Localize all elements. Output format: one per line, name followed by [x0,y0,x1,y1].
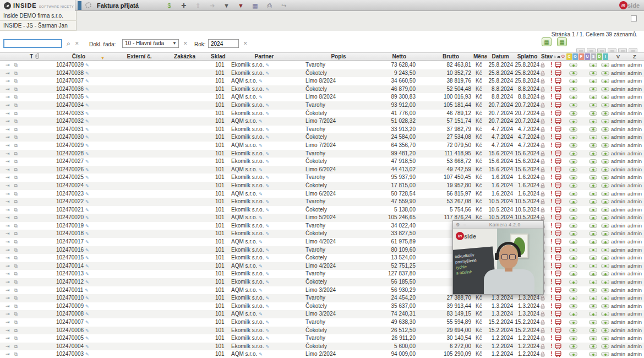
table-row[interactable]: ⇥ ⧉ 102470007✎ 101 Ekomilk s.r.o.✎ Tvaro… [0,318,644,327]
status-toggle[interactable] [589,352,597,356]
invoice-number[interactable]: 102470027 [56,158,84,164]
partner-link[interactable]: AQM s.r.o. [231,191,257,197]
open-record-icon[interactable]: ⇥ [6,343,10,351]
status-toggle[interactable] [569,135,577,139]
table-row[interactable]: ⇥ ⧉ 102470026✎ 101 AQM s.r.o.✎ Limo 6/20… [0,166,644,174]
edit-link-icon[interactable]: ✎ [259,79,263,84]
edit-link-icon[interactable]: ✎ [265,280,269,285]
partner-link[interactable]: AQM s.r.o. [231,78,257,84]
copy-record-icon[interactable]: ⧉ [14,61,18,69]
edit-link-icon[interactable]: ✎ [85,264,89,269]
status-toggle[interactable] [589,224,597,228]
status-toggle[interactable] [569,175,577,180]
edit-link-icon[interactable]: ✎ [265,183,269,188]
edit-link-icon[interactable]: ✎ [85,87,89,92]
copy-record-icon[interactable]: ⧉ [14,230,18,238]
edit-link-icon[interactable]: ✎ [85,256,89,261]
edit-link-icon[interactable]: ✎ [265,159,269,164]
open-record-icon[interactable]: ⇥ [6,166,10,174]
header-v[interactable]: V [610,53,626,60]
status-toggle[interactable] [601,63,609,67]
status-toggle[interactable] [589,143,597,148]
edit-link-icon[interactable]: ✎ [265,127,269,132]
table-row[interactable]: ⇥ ⧉ 102470020✎ 101 AQM s.r.o.✎ Limo 5/20… [0,214,644,222]
open-record-icon[interactable]: ⇥ [6,302,10,311]
status-toggle[interactable] [601,95,609,99]
open-record-icon[interactable]: ⇥ [6,286,10,295]
status-toggle[interactable] [569,199,577,204]
status-toggle[interactable] [589,248,597,252]
table-row[interactable]: ⇥ ⧉ 102470009✎ 101 Ekomilk s.r.o.✎ Čokot… [0,302,644,311]
copy-record-icon[interactable]: ⧉ [14,150,18,158]
invoice-number[interactable]: 102470032 [56,118,84,124]
header-sklad[interactable]: Sklad [205,53,228,60]
partner-link[interactable]: Ekomilk s.r.o. [231,174,264,180]
dokl-rada-select[interactable]: 10 - Hlavní řada ▼ [122,39,179,48]
header-datum[interactable]: Datum [487,53,514,60]
header-netto[interactable]: Netto [372,53,418,60]
edit-link-icon[interactable]: ✎ [85,296,89,301]
table-row[interactable]: ⇥ ⧉ 102470038✎ 101 Ekomilk s.r.o.✎ Čokot… [0,69,644,78]
status-toggle[interactable] [589,167,597,172]
partner-link[interactable]: Ekomilk s.r.o. [231,150,264,156]
table-row[interactable]: ⇥ ⧉ 102470015✎ 101 Ekomilk s.r.o.✎ Čokot… [0,254,644,262]
edit-link-icon[interactable]: ✎ [259,288,263,293]
partner-link[interactable]: AQM s.r.o. [231,94,257,100]
edit-link-icon[interactable]: ✎ [85,192,89,197]
table-row[interactable]: ⇥ ⧉ 102470014✎ 101 AQM s.r.o.✎ Limo 4/20… [0,262,644,270]
payments-icon[interactable]: $ [165,0,173,11]
edit-link-icon[interactable]: ✎ [85,119,89,124]
status-toggle[interactable] [601,79,609,83]
status-toggle[interactable] [569,111,577,116]
status-toggle[interactable] [589,151,597,156]
status-toggle[interactable] [569,272,577,276]
invoice-number[interactable]: 102470018 [56,230,84,236]
copy-record-icon[interactable]: ⧉ [14,222,18,230]
copy-record-icon[interactable]: ⧉ [14,254,18,262]
invoice-number[interactable]: 102470017 [56,238,84,245]
minimize-icon[interactable]: – [463,222,466,227]
edit-link-icon[interactable]: ✎ [85,127,89,132]
status-toggle[interactable] [569,95,577,99]
table-row[interactable]: ⇥ ⧉ 102470010✎ 101 Ekomilk s.r.o.✎ Tvaro… [0,294,644,302]
status-toggle[interactable] [601,240,609,244]
copy-record-icon[interactable]: ⧉ [14,294,18,302]
edit-link-icon[interactable]: ✎ [259,352,263,357]
status-toggle[interactable] [569,119,577,123]
copy-record-icon[interactable]: ⧉ [14,142,18,150]
export-excel-all-icon[interactable]: ▦ [557,37,567,46]
partner-link[interactable]: AQM s.r.o. [231,166,257,172]
table-row[interactable]: ⇥ ⧉ 102470023✎ 101 AQM s.r.o.✎ Limo 6/20… [0,190,644,198]
edit-link-icon[interactable]: ✎ [265,103,269,108]
status-toggle[interactable] [601,231,609,236]
status-toggle[interactable] [589,215,597,220]
copy-record-icon[interactable]: ⧉ [14,182,18,190]
status-toggle[interactable] [569,280,577,284]
invoice-number[interactable]: 102470029 [56,142,84,148]
status-toggle[interactable] [569,288,577,292]
partner-link[interactable]: Ekomilk s.r.o. [231,319,264,325]
export-excel-icon[interactable]: ▦ [542,37,552,46]
invoice-number[interactable]: 102470022 [56,198,84,204]
invoice-number[interactable]: 102470035 [56,94,84,100]
status-toggle[interactable] [601,135,609,139]
edit-link-icon[interactable]: ✎ [265,224,269,229]
invoice-number[interactable]: 102470019 [56,223,84,229]
status-toggle[interactable] [589,135,597,139]
partner-link[interactable]: AQM s.r.o. [231,142,257,148]
open-record-icon[interactable]: ⇥ [6,77,10,85]
status-toggle[interactable] [569,224,577,228]
copy-record-icon[interactable]: ⧉ [14,101,18,110]
invoice-number[interactable]: 102470012 [56,279,84,285]
edit-link-icon[interactable]: ✎ [85,240,89,245]
copy-record-icon[interactable]: ⧉ [14,214,18,222]
open-record-icon[interactable]: ⇥ [6,214,10,222]
edit-link-icon[interactable]: ✎ [265,304,269,309]
copy-record-icon[interactable]: ⧉ [14,302,18,311]
status-toggle[interactable] [601,215,609,220]
open-record-icon[interactable]: ⇥ [6,278,10,286]
partner-link[interactable]: Ekomilk s.r.o. [231,198,264,204]
flag-column-d[interactable]: D [597,53,602,60]
status-toggle[interactable] [601,192,609,196]
edit-link-icon[interactable]: ✎ [259,95,263,100]
